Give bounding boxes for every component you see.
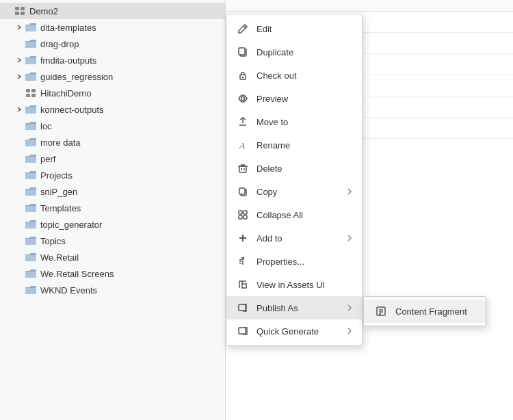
menu-item-label: Move to: [256, 117, 352, 127]
menu-item-rename[interactable]: ARename: [226, 133, 362, 157]
sidebar-item-label: more data: [40, 137, 81, 148]
menu-item-edit[interactable]: Edit: [226, 17, 362, 40]
chevron-icon: [14, 71, 25, 82]
sidebar-item-perf[interactable]: perf: [0, 150, 225, 167]
menu-item-properties[interactable]: Properties...: [226, 250, 362, 273]
menu-item-label: Check out: [256, 70, 352, 81]
folder-icon: [25, 187, 37, 196]
sidebar-item-label: sniP_gen: [40, 187, 77, 197]
chevron-icon: [14, 104, 25, 115]
sidebar-item-label: dita-templates: [40, 23, 96, 33]
sidebar-item-label: loc: [40, 121, 52, 131]
menu-item-label: Collapse All: [256, 210, 352, 220]
svg-rect-30: [239, 304, 246, 311]
menu-item-label: Edit: [256, 24, 352, 34]
sidebar-item-drag-drop[interactable]: drag-drop: [0, 36, 225, 52]
svg-point-12: [242, 77, 244, 78]
menu-item-label: Preview: [256, 94, 352, 104]
menu-item-label: Quick Generate: [256, 326, 347, 337]
svg-rect-35: [239, 328, 246, 334]
edit-icon: [236, 22, 250, 36]
sidebar-item-hitachidemo[interactable]: HitachiDemo: [0, 85, 225, 101]
menu-item-checkout[interactable]: Check out: [226, 64, 362, 87]
menu-item-label: Duplicate: [256, 47, 352, 57]
svg-rect-22: [239, 211, 242, 214]
collapseall-icon: [236, 208, 250, 222]
menu-item-publishas[interactable]: Publish AsContent Fragment: [226, 296, 362, 319]
sidebar-item-more-data[interactable]: more data: [0, 134, 225, 150]
menu-item-viewassets[interactable]: View in Assets UI: [226, 273, 362, 296]
grid-icon: [14, 6, 26, 16]
svg-rect-24: [239, 215, 242, 219]
viewassets-icon: [236, 278, 250, 291]
menu-item-collapseall[interactable]: Collapse All: [226, 203, 362, 226]
sidebar-item-guides_regression[interactable]: guides_regression: [0, 68, 225, 85]
menu-item-label: Publish As: [256, 303, 347, 313]
menu-item-moveto[interactable]: Move to: [226, 110, 362, 133]
sidebar-item-fmdita-outputs[interactable]: fmdita-outputs: [0, 52, 225, 68]
chevron-icon: [14, 285, 25, 296]
chevron-icon: [14, 170, 25, 181]
sidebar-item-dita-templates[interactable]: dita-templates: [0, 19, 225, 36]
submenu-item-contentfragment[interactable]: Content Fragment: [364, 300, 486, 323]
grid-icon: [25, 88, 37, 98]
folder-icon: [25, 72, 37, 81]
submenu-arrow-icon: [347, 304, 352, 312]
menu-item-copy[interactable]: Copy: [226, 180, 362, 203]
contentfragment-icon: [373, 306, 389, 317]
menu-item-preview[interactable]: Preview: [226, 87, 362, 110]
sidebar-item-we.retail-screens[interactable]: We.Retail Screens: [0, 265, 225, 282]
sidebar-item-templates[interactable]: Templates: [0, 200, 225, 216]
sidebar-item-projects[interactable]: Projects: [0, 167, 225, 183]
svg-rect-6: [26, 94, 30, 97]
sidebar-item-label: We.Retail: [40, 252, 79, 263]
sidebar-item-we.retail[interactable]: We.Retail: [0, 249, 225, 265]
menu-item-delete[interactable]: Delete: [226, 157, 362, 180]
folder-icon: [25, 252, 37, 262]
sidebar-item-topic_generator[interactable]: topic_generator: [0, 216, 225, 233]
sidebar-item-label: fmdita-outputs: [40, 55, 96, 66]
svg-rect-25: [244, 215, 247, 219]
submenu-publishas: Content Fragment: [363, 296, 486, 326]
sidebar-item-konnect-outputs[interactable]: konnect-outputs: [0, 101, 225, 118]
menu-item-quickgenerate[interactable]: Quick Generate: [226, 319, 362, 343]
sidebar-item-label: We.Retail Screens: [40, 269, 114, 279]
menu-item-label: Copy: [256, 187, 347, 197]
folder-icon: [25, 285, 37, 295]
folder-icon: [25, 236, 37, 246]
sidebar-item-topics[interactable]: Topics: [0, 233, 225, 249]
menu-item-duplicate[interactable]: Duplicate: [226, 40, 362, 64]
addto-icon: [236, 231, 250, 245]
folder-icon: [25, 269, 37, 278]
menu-item-label: Properties...: [256, 257, 352, 267]
chevron-icon: [14, 202, 25, 213]
svg-rect-2: [15, 12, 19, 15]
svg-rect-5: [31, 89, 36, 92]
sidebar-item-loc[interactable]: loc: [0, 118, 225, 134]
rename-icon: A: [236, 138, 250, 152]
chevron-icon: [14, 252, 25, 263]
chevron-icon: [3, 5, 14, 16]
svg-rect-0: [15, 7, 19, 10]
sidebar-item-demo2[interactable]: Demo2: [0, 3, 225, 19]
delete-icon: [236, 161, 250, 175]
chevron-icon: [14, 88, 25, 99]
submenu-arrow-icon: [347, 327, 352, 335]
sidebar-item-wknd-events[interactable]: WKND Events: [0, 282, 225, 298]
submenu-arrow-icon: [347, 187, 352, 196]
chevron-icon: [14, 55, 25, 66]
menu-item-addto[interactable]: Add to: [226, 226, 362, 250]
menu-item-label: View in Assets UI: [256, 280, 352, 290]
chevron-icon: [14, 235, 25, 246]
sidebar-item-label: Templates: [40, 203, 81, 213]
svg-rect-4: [26, 89, 30, 92]
menu-item-label: Rename: [256, 140, 352, 150]
folder-icon: [25, 55, 37, 65]
chevron-icon: [14, 268, 25, 279]
quickgenerate-icon: [236, 324, 250, 338]
moveto-icon: [236, 115, 250, 129]
sidebar-item-label: konnect-outputs: [40, 105, 104, 115]
svg-point-28: [242, 258, 244, 260]
sidebar-item-snip_gen[interactable]: sniP_gen: [0, 183, 225, 200]
folder-icon: [25, 170, 37, 180]
